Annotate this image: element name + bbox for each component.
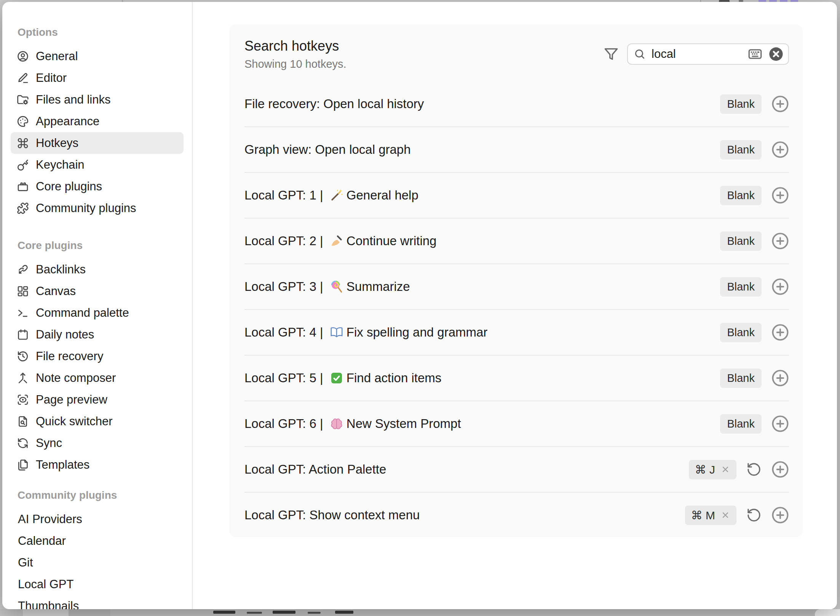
- magic-wand-emoji-icon: [330, 188, 343, 202]
- add-hotkey-button[interactable]: [771, 506, 789, 524]
- background-text-fragment: [247, 612, 262, 614]
- sidebar-item-appearance[interactable]: Appearance: [11, 110, 184, 132]
- sidebar-item-file-recovery[interactable]: File recovery: [11, 345, 184, 367]
- hotkey-row: Local GPT: 4 | Fix spelling and grammarB…: [244, 310, 789, 356]
- sidebar-item-daily-notes[interactable]: Daily notes: [11, 324, 184, 345]
- add-hotkey-button[interactable]: [771, 232, 789, 250]
- sidebar-item-page-preview[interactable]: Page preview: [11, 389, 184, 410]
- add-hotkey-button[interactable]: [771, 324, 789, 341]
- add-hotkey-button[interactable]: [771, 95, 789, 113]
- search-input[interactable]: [651, 47, 742, 61]
- hotkey-row: Local GPT: 2 | Continue writingBlank: [244, 219, 789, 264]
- lollipop-emoji-icon: [330, 280, 343, 294]
- hotkeys-header-text: Search hotkeys Showing 10 hotkeys.: [244, 38, 347, 70]
- blank-hotkey-badge: Blank: [720, 186, 762, 205]
- sidebar-item-label: Files and links: [36, 93, 110, 107]
- sidebar-item-keychain[interactable]: Keychain: [11, 154, 184, 176]
- sidebar-section-header-core-plugins: Core plugins: [2, 239, 192, 252]
- hotkey-row: Local GPT: Action Palette⌘ J: [244, 447, 789, 493]
- sidebar-item-label: Note composer: [36, 371, 116, 385]
- hotkey-row: Local GPT: Show context menu⌘ M: [244, 493, 789, 538]
- sidebar-item-hotkeys[interactable]: Hotkeys: [11, 132, 184, 154]
- sidebar-item-label: Core plugins: [36, 180, 102, 193]
- hotkey-row-actions: Blank: [720, 414, 789, 434]
- files-icon: [17, 459, 29, 471]
- sidebar-item-label: Canvas: [36, 284, 76, 298]
- hotkeys-header: Search hotkeys Showing 10 hotkeys.: [244, 24, 789, 81]
- hotkey-row-actions: Blank: [720, 94, 789, 114]
- blank-hotkey-badge: Blank: [720, 323, 762, 342]
- hotkey-row: Local GPT: 5 | Find action itemsBlank: [244, 356, 789, 401]
- hotkey-keys: ⌘ M: [691, 509, 715, 522]
- hotkeys-panel: Search hotkeys Showing 10 hotkeys.: [229, 24, 803, 537]
- blank-hotkey-badge: Blank: [720, 140, 762, 160]
- blank-hotkey-badge: Blank: [720, 231, 762, 251]
- add-hotkey-button[interactable]: [771, 369, 789, 387]
- sidebar-item-files-and-links[interactable]: Files and links: [11, 89, 184, 110]
- search-controls: [604, 43, 789, 65]
- sidebar-item-sync[interactable]: Sync: [11, 432, 184, 454]
- brick-icon: [17, 180, 29, 193]
- remove-hotkey-icon[interactable]: [720, 464, 730, 474]
- sidebar-item-community-plugins[interactable]: Community plugins: [11, 197, 184, 219]
- keyboard-icon[interactable]: [747, 46, 763, 62]
- sidebar-item-canvas[interactable]: Canvas: [11, 280, 184, 302]
- sidebar-item-label: Quick switcher: [36, 415, 113, 428]
- sidebar-item-command-palette[interactable]: Command palette: [11, 302, 184, 324]
- add-hotkey-button[interactable]: [771, 187, 789, 204]
- sidebar-item-label: AI Providers: [18, 512, 82, 526]
- hotkey-row-actions: Blank: [720, 231, 789, 251]
- layout-dashboard-icon: [17, 285, 29, 297]
- restore-default-icon[interactable]: [746, 507, 762, 523]
- sidebar-item-note-composer[interactable]: Note composer: [11, 367, 184, 389]
- blank-hotkey-badge: Blank: [720, 369, 762, 388]
- hotkey-command-label: Local GPT: 2 | Continue writing: [244, 234, 436, 248]
- hotkey-command-label: Local GPT: 6 | New System Prompt: [244, 417, 461, 431]
- sidebar-item-backlinks[interactable]: Backlinks: [11, 259, 184, 280]
- remove-hotkey-icon[interactable]: [720, 510, 730, 520]
- add-hotkey-button[interactable]: [771, 461, 789, 478]
- sidebar-item-editor[interactable]: Editor: [11, 67, 184, 89]
- history-icon: [17, 350, 29, 362]
- sidebar-item-templates[interactable]: Templates: [11, 454, 184, 476]
- hotkey-command-label: Local GPT: 3 | Summarize: [244, 279, 410, 294]
- palette-icon: [17, 115, 29, 128]
- background-text-fragment: [335, 611, 353, 614]
- hotkey-command-label: Local GPT: Show context menu: [244, 508, 420, 522]
- calendar-icon: [17, 329, 29, 341]
- background-app-fragment: [0, 609, 840, 616]
- sidebar-item-label: Keychain: [36, 158, 85, 172]
- sidebar-item-label: Community plugins: [36, 201, 136, 215]
- desktop: OptionsGeneralEditorFiles and linksAppea…: [0, 0, 840, 616]
- sidebar-item-label: Calendar: [18, 534, 66, 548]
- hotkey-row: Local GPT: 1 | General helpBlank: [244, 173, 789, 219]
- sidebar-item-label: Daily notes: [36, 328, 94, 342]
- background-app-fragment: [815, 609, 840, 616]
- folder-cog-icon: [17, 94, 29, 106]
- sidebar-item-quick-switcher[interactable]: Quick switcher: [11, 410, 184, 432]
- add-hotkey-button[interactable]: [771, 278, 789, 295]
- sidebar-item-calendar[interactable]: Calendar: [11, 530, 184, 552]
- filter-icon[interactable]: [604, 46, 619, 62]
- results-count: Showing 10 hotkeys.: [244, 58, 347, 70]
- hotkey-command-label: Local GPT: 4 | Fix spelling and grammar: [244, 325, 487, 340]
- sidebar-item-thumbnails[interactable]: Thumbnails: [11, 595, 184, 609]
- add-hotkey-button[interactable]: [771, 141, 789, 158]
- brain-emoji-icon: [330, 417, 343, 431]
- hotkey-row-actions: Blank: [720, 186, 789, 205]
- hotkey-keys: ⌘ J: [695, 463, 715, 476]
- hotkey-list: File recovery: Open local historyBlankGr…: [244, 81, 789, 538]
- sidebar-item-local-gpt[interactable]: Local GPT: [11, 573, 184, 595]
- sidebar-item-ai-providers[interactable]: AI Providers: [11, 508, 184, 530]
- restore-default-icon[interactable]: [746, 462, 762, 477]
- clear-search-icon[interactable]: [768, 46, 784, 62]
- sidebar-item-general[interactable]: General: [11, 45, 184, 67]
- sidebar-item-core-plugins[interactable]: Core plugins: [11, 176, 184, 197]
- sidebar-item-label: Command palette: [36, 306, 129, 320]
- blank-hotkey-badge: Blank: [720, 277, 762, 297]
- add-hotkey-button[interactable]: [771, 415, 789, 432]
- hotkey-row-actions: Blank: [720, 277, 789, 297]
- sidebar-section-header-community-plugins: Community plugins: [2, 488, 192, 502]
- sidebar-item-git[interactable]: Git: [11, 552, 184, 573]
- sidebar-item-label: Git: [18, 556, 33, 570]
